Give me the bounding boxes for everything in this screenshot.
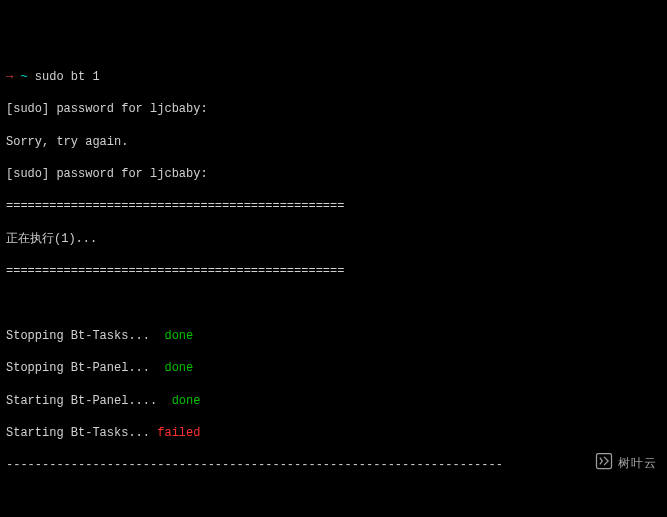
dash-1: ----------------------------------------… [6,457,661,473]
prompt-cwd: ~ [13,70,35,84]
watermark: 树叶云 [577,434,657,491]
hr-bottom: ========================================… [6,263,661,279]
svc-stop-panel: Stopping Bt-Panel... done [6,360,661,376]
sudo-prompt-retry: [sudo] password for ljcbaby: [6,166,661,182]
svc-start-panel: Starting Bt-Panel.... done [6,393,661,409]
sudo-prompt: [sudo] password for ljcbaby: [6,101,661,117]
status-done: done [172,394,201,408]
status-done: done [164,361,193,375]
blank [6,295,661,311]
status-done: done [164,329,193,343]
svg-rect-0 [597,453,612,468]
prompt-line: → ~ sudo bt 1 [6,69,661,85]
terminal-output[interactable]: → ~ sudo bt 1 [sudo] password for ljcbab… [6,69,661,517]
status-failed: failed [157,426,200,440]
svc-start-tasks: Starting Bt-Tasks... failed [6,425,661,441]
sudo-sorry: Sorry, try again. [6,134,661,150]
hr-top: ========================================… [6,198,661,214]
svc-stop-tasks: Stopping Bt-Tasks... done [6,328,661,344]
watermark-text: 树叶云 [618,455,657,471]
watermark-icon [577,434,614,491]
blank [6,490,661,506]
command-text: sudo bt 1 [35,70,100,84]
executing-line: 正在执行(1)... [6,231,661,247]
